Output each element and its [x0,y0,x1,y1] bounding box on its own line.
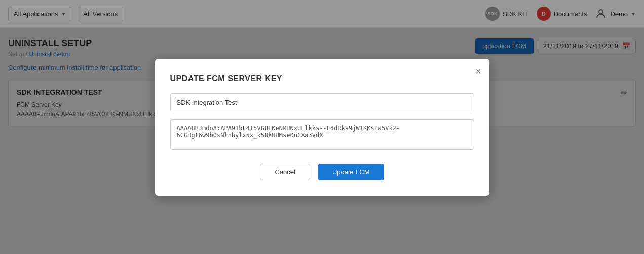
cancel-button[interactable]: Cancel [260,164,310,180]
update-fcm-modal: UPDATE FCM SERVER KEY × AAAA8PJmdnA:APA9… [155,59,489,196]
app-name-input[interactable] [170,93,474,112]
modal-close-button[interactable]: × [476,67,481,76]
modal-overlay: UPDATE FCM SERVER KEY × AAAA8PJmdnA:APA9… [0,0,644,254]
fcm-key-input[interactable]: AAAA8PJmdnA:APA91bF4I5VG8EKeNMUNxULlkks-… [170,119,474,150]
update-fcm-button[interactable]: Update FCM [318,164,384,180]
modal-title: UPDATE FCM SERVER KEY [170,74,474,83]
modal-actions: Cancel Update FCM [170,164,474,180]
